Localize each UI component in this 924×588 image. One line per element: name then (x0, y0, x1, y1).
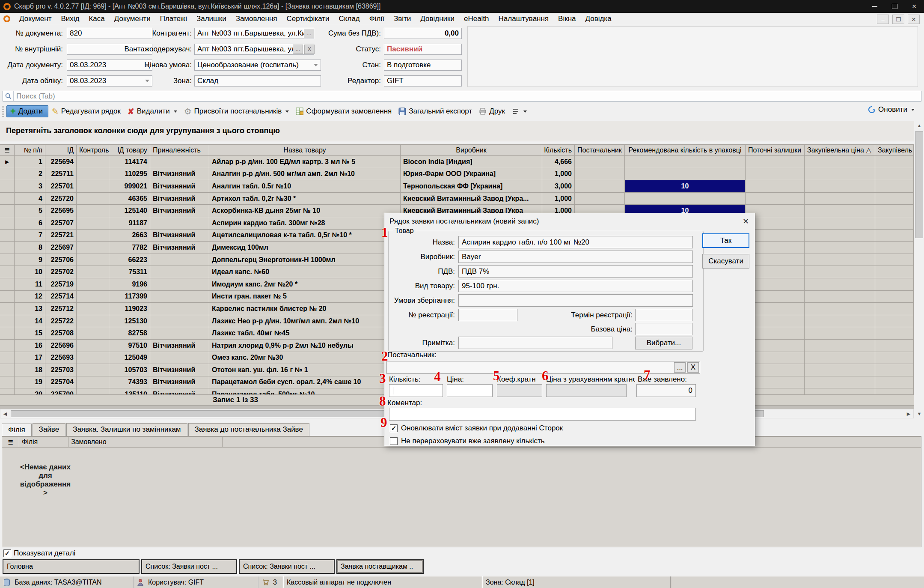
form-order-button[interactable]: Сформувати замовлення (292, 105, 395, 117)
menu-item-замовлення[interactable]: Замовлення (231, 13, 282, 24)
column-header-control[interactable]: Контроль (77, 144, 109, 156)
menu-item-філії[interactable]: Філії (365, 13, 389, 24)
table-row[interactable]: 422572046365ВітчизнянийАртихол табл. 0,2… (0, 193, 914, 205)
vertical-scrollbar[interactable]: ▲ ▼ (914, 121, 924, 418)
show-details-checkbox[interactable]: ✓ Показувати деталі (3, 549, 75, 558)
scroll-down-icon[interactable]: ▼ (915, 409, 924, 418)
assign-suppliers-button[interactable]: ⚙ Присвоїти постачальників (181, 104, 293, 118)
general-export-button[interactable]: Загальний експорт (395, 105, 475, 117)
menu-item-довідка[interactable]: Довідка (580, 13, 616, 24)
checkbox-checked-icon[interactable]: ✓ (390, 424, 398, 432)
menu-item-звіти[interactable]: Звіти (389, 13, 416, 24)
tab-filia[interactable]: Філія (2, 424, 32, 436)
column-header-price2[interactable]: Закупівель (875, 144, 914, 156)
cell-id: 225719 (45, 278, 77, 291)
dialog-close-icon[interactable]: ✕ (743, 217, 749, 226)
scroll-up-icon[interactable]: ▲ (915, 121, 924, 130)
table-row[interactable]: 3225701999021ВітчизнянийАналгин табл. 0.… (0, 180, 914, 193)
column-header-name[interactable]: Назва товару (209, 144, 401, 156)
column-header-stock[interactable]: Поточні залишки (746, 144, 805, 156)
no-recalc-checkbox[interactable]: Не перераховувати вже заявлену кількість (390, 437, 545, 445)
menu-item-налаштування[interactable]: Налаштування (494, 13, 554, 24)
search-bar[interactable]: Поиск (Tab) (3, 91, 921, 101)
column-header-price[interactable]: Закупівельна ціна △ (805, 144, 875, 156)
window-tab-zayavka[interactable]: Заявка поставщикам .. (336, 559, 424, 574)
cancel-button[interactable]: Скасувати (702, 254, 749, 269)
window-tab-spysok-1[interactable]: Список: Заявки пост ... (141, 559, 237, 574)
menu-item-документ[interactable]: Документ (15, 13, 56, 24)
menu-item-документи[interactable]: Документи (110, 13, 155, 24)
sum-label: Сума без ПДВ): (295, 28, 381, 39)
column-header-qty[interactable]: Кількість (542, 144, 575, 156)
restore-button[interactable] (885, 0, 904, 13)
choose-button[interactable]: Вибрати... (635, 337, 692, 349)
annotation-number-9: 9 (380, 416, 387, 429)
column-header-recommended[interactable]: Рекомендована кількість в упаковці (625, 144, 746, 156)
menu-item-довідники[interactable]: Довідники (416, 13, 459, 24)
dlg-manufacturer-field[interactable]: Bayer (458, 251, 693, 263)
layout-list-button[interactable] (508, 106, 530, 117)
column-header-sel[interactable]: ≣ (0, 144, 15, 156)
print-button[interactable]: Друк (475, 105, 508, 117)
checkbox-checked-icon[interactable]: ✓ (3, 549, 11, 557)
dlg-note-field[interactable] (458, 337, 612, 349)
dlg-name-field[interactable]: Аспирин кардио табл. п/о 100 мг №20 (458, 236, 693, 248)
window-tab-holovna[interactable]: Головна (3, 559, 140, 574)
menu-item-залишки[interactable]: Залишки (192, 13, 231, 24)
dlg-kind-field[interactable]: 95-100 грн. (458, 280, 693, 292)
toolbar-grip[interactable] (2, 106, 4, 117)
column-header-supplier[interactable]: Постачальник (575, 144, 625, 156)
dlg-storage-field[interactable] (458, 294, 693, 307)
minimize-button[interactable] (865, 0, 885, 13)
dlg-reg-term-field[interactable] (635, 309, 692, 321)
mdi-restore-button[interactable]: ❒ (892, 15, 904, 24)
scroll-right-icon[interactable]: ▶ (904, 409, 913, 418)
close-button[interactable]: ✕ (904, 0, 924, 13)
delete-button[interactable]: ✘ Видалити (124, 105, 181, 118)
menu-item-вікна[interactable]: Вікна (553, 13, 580, 24)
dlg-qty-field[interactable] (389, 384, 443, 397)
checkbox-unchecked-icon[interactable] (390, 437, 398, 445)
window-tab-spysok-2[interactable]: Список: Заявки пост ... (239, 559, 335, 574)
dlg-price-field[interactable] (447, 384, 493, 397)
menu-item-склад[interactable]: Склад (334, 13, 365, 24)
detail-col-zamovleno[interactable]: Замовлено (68, 436, 223, 448)
table-row[interactable]: 2225711110295ВітчизнянийАналгин р-р д/ин… (0, 168, 914, 181)
column-header-item_id[interactable]: ІД товару (109, 144, 150, 156)
table-row[interactable]: ▸1225694114174Айлар р-р д/ин. 100 ЕД/мл … (0, 156, 914, 168)
add-button[interactable]: + Додати (6, 105, 48, 117)
supplier-clear-button[interactable]: X (687, 362, 699, 373)
supplier-browse-button[interactable]: ... (674, 362, 686, 373)
menu-item-сертифікати[interactable]: Сертифікати (282, 13, 334, 24)
mdi-close-button[interactable]: ✕ (908, 15, 920, 24)
dlg-comment-label: Коментар: (387, 399, 447, 407)
scroll-left-icon[interactable]: ◀ (0, 409, 10, 418)
menu-item-платежі[interactable]: Платежі (155, 13, 192, 24)
column-header-manufacturer[interactable]: Виробник (401, 144, 542, 156)
update-request-checkbox[interactable]: ✓ Оновлювати вміст заявки при додаванні … (390, 424, 563, 433)
dlg-vat-field[interactable]: ПДВ 7% (458, 265, 693, 278)
dlg-reg-no-field[interactable] (458, 309, 517, 321)
mdi-minimize-button[interactable]: – (877, 15, 889, 24)
dlg-base-price-field[interactable] (635, 323, 692, 335)
cell-n: 2 (15, 168, 45, 181)
dlg-price-mult-label: Ціна з урахуванням кратності (546, 375, 635, 384)
column-header-n[interactable]: № п/п (15, 144, 45, 156)
tab-zayavka-postachalnyka[interactable]: Заявка до постачальника Зайве (188, 423, 309, 436)
menu-item-ehealth[interactable]: eHealth (459, 13, 494, 24)
column-header-origin[interactable]: Приналежність (150, 144, 209, 156)
vertical-scroll-thumb[interactable] (915, 131, 923, 238)
tab-zalyshky-zaminnyky[interactable]: Заявка. Залишки по замінникам (66, 423, 187, 436)
detail-col-filia[interactable]: Філія (19, 436, 68, 448)
cell-item_id: 2663 (109, 230, 150, 242)
column-header-id[interactable]: ІД (45, 144, 77, 156)
dlg-comment-field[interactable] (389, 408, 696, 421)
refresh-button[interactable]: Оновити (868, 105, 915, 114)
menu-item-каса[interactable]: Каса (84, 13, 109, 24)
ok-button[interactable]: Так (702, 233, 749, 248)
edit-row-button[interactable]: ✎ Редагувати рядок (48, 105, 124, 118)
tab-zaive[interactable]: Зайве (33, 423, 66, 436)
cell-price (805, 388, 875, 394)
menu-item-вихід[interactable]: Вихід (56, 13, 84, 24)
status-label: Статус: (295, 44, 381, 55)
